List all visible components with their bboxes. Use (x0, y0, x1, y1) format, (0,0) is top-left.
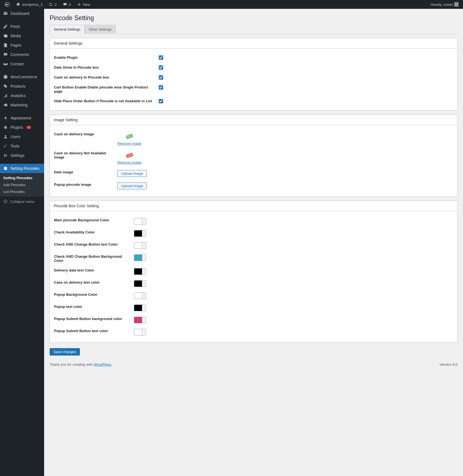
remove-image-link[interactable]: Remove image (117, 160, 141, 165)
footer-thanks: Thank you for creating with WordPress. (50, 362, 112, 367)
sidebar-item-dashboard[interactable]: Dashboard (0, 9, 44, 18)
sidebar-item-users[interactable]: Users (0, 132, 44, 141)
sidebar-item-label: Pages (10, 43, 21, 47)
checkbox-input[interactable] (159, 85, 163, 90)
sidebar-item-analytics[interactable]: Analytics (0, 91, 44, 100)
posts-icon (3, 24, 8, 29)
updates-count: 2 (55, 2, 56, 7)
sidebar-item-pages[interactable]: Pages (0, 41, 44, 50)
color-picker[interactable]: ⋮ (134, 280, 146, 287)
field-label: Check AND Change Button Background Color (54, 254, 134, 263)
color-picker[interactable]: ⋮ (134, 268, 146, 275)
image-setting-panel: Image Setting Cash on delivery imageRemo… (50, 115, 457, 197)
settings-tabs: General SettingsOther Settings (50, 25, 457, 34)
checkbox-input[interactable] (159, 65, 163, 70)
field-label: Check Availability Color (54, 230, 134, 234)
sidebar-item-settings[interactable]: Settings (0, 151, 44, 160)
field-label: Cart Button Enable Diable pincode wise S… (54, 85, 159, 93)
tab-general-settings[interactable]: General Settings (50, 25, 85, 34)
field-label: Popup Submit Button background color (54, 317, 134, 321)
save-button[interactable]: Save changes (50, 348, 80, 356)
updates-link[interactable]: 2 (46, 0, 59, 9)
contact-icon (3, 61, 8, 67)
submenu: Setting PincodesAdd PincodesList Pincode… (0, 173, 44, 197)
sidebar-item-appearance[interactable]: Appearance (0, 113, 44, 123)
sidebar-item-label: Contact (10, 62, 24, 66)
field-label: Date image (54, 170, 117, 174)
color-picker[interactable]: ⋮ (134, 242, 146, 249)
comments-link[interactable]: 0 (60, 0, 73, 9)
checkbox-input[interactable] (159, 75, 163, 80)
wp-logo[interactable] (2, 0, 12, 9)
field-label: Main pincode Background Color (54, 218, 134, 222)
checkbox-input[interactable] (159, 55, 163, 60)
comments-icon (3, 52, 8, 57)
remove-image-link[interactable]: Remove image (117, 141, 141, 146)
wordpress-link[interactable]: WordPress (94, 362, 111, 367)
checkbox-input[interactable] (159, 99, 163, 103)
sidebar-item-plugins[interactable]: Plugins1 (0, 123, 44, 132)
settings-icon (3, 153, 8, 158)
color-picker-handle: ⋮ (142, 230, 146, 236)
submenu-item[interactable]: Setting Pincodes (0, 174, 44, 181)
submenu-item[interactable]: List Pincodes (0, 188, 44, 195)
color-picker[interactable]: ⋮ (134, 317, 146, 323)
admin-sidebar: DashboardPostsMediaPagesCommentsContactW… (0, 9, 44, 476)
sidebar-item-label: Appearance (10, 116, 31, 120)
update-badge: 1 (26, 126, 31, 129)
field-label: Popup pincode image (54, 182, 117, 187)
image-setting-heading: Image Setting (50, 115, 457, 125)
sidebar-item-label: Comments (10, 52, 29, 57)
site-link[interactable]: wordpress_3 (13, 0, 45, 9)
collapse-menu[interactable]: Collapse menu (0, 197, 44, 206)
upload-image-button[interactable]: Upload image (117, 170, 147, 177)
footer: Thank you for creating with WordPress. V… (50, 362, 457, 367)
sidebar-item-media[interactable]: Media (0, 31, 44, 41)
color-picker[interactable]: ⋮ (134, 292, 146, 299)
products-icon (3, 84, 8, 89)
site-name: wordpress_3 (22, 2, 42, 7)
color-swatch (134, 243, 142, 249)
tab-other-settings[interactable]: Other Settings (85, 25, 116, 34)
new-link[interactable]: New (74, 0, 92, 9)
sidebar-item-label: Products (10, 84, 26, 88)
sidebar-item-woocommerce[interactable]: WooCommerce (0, 72, 44, 82)
color-picker[interactable]: ⋮ (134, 305, 146, 311)
color-picker-handle: ⋮ (142, 255, 146, 261)
upload-image-button[interactable]: Upload image (117, 182, 147, 189)
avatar (454, 2, 459, 7)
field-label: Check AND Change Button text Color (54, 242, 134, 246)
svg-point-1 (4, 75, 7, 79)
color-setting-heading: Pincode Box Color Setting (50, 201, 457, 211)
updates-icon (48, 2, 53, 7)
sidebar-item-setting-pincodes[interactable]: Setting Pincodes (0, 164, 44, 173)
comment-icon (62, 2, 68, 7)
users-icon (3, 134, 8, 139)
collapse-icon (3, 199, 8, 204)
color-picker[interactable]: ⋮ (134, 254, 146, 261)
media-icon (3, 33, 8, 39)
tools-icon (3, 143, 8, 149)
color-picker[interactable]: ⋮ (134, 218, 146, 225)
color-swatch (134, 218, 142, 224)
submenu-item[interactable]: Add Pincodes (0, 181, 44, 188)
admin-toolbar: wordpress_3 2 0 New Howdy, ocean (0, 0, 463, 9)
sidebar-item-comments[interactable]: Comments (0, 50, 44, 59)
sidebar-item-label: Dashboard (10, 11, 29, 16)
color-swatch (134, 329, 142, 335)
sidebar-item-tools[interactable]: Tools (0, 141, 44, 151)
color-swatch (134, 268, 142, 275)
sidebar-item-contact[interactable]: Contact (0, 59, 44, 69)
sidebar-item-label: Media (10, 34, 21, 38)
color-picker-handle: ⋮ (142, 293, 146, 299)
howdy-user[interactable]: Howdy, ocean (429, 0, 461, 9)
collapse-label: Collapse menu (10, 200, 34, 204)
pincode-icon (3, 166, 8, 171)
sidebar-item-marketing[interactable]: Marketing (0, 100, 44, 110)
sidebar-item-products[interactable]: Products (0, 82, 44, 91)
color-picker[interactable]: ⋮ (134, 329, 146, 335)
sidebar-item-label: Analytics (10, 93, 26, 98)
color-picker-handle: ⋮ (142, 305, 146, 311)
sidebar-item-posts[interactable]: Posts (0, 22, 44, 31)
color-picker[interactable]: ⋮ (134, 230, 146, 237)
